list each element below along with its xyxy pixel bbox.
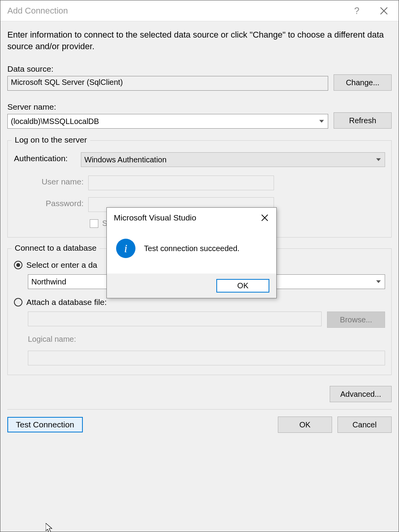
change-button[interactable]: Change...: [334, 74, 392, 91]
help-icon[interactable]: ?: [349, 3, 365, 19]
authentication-value: Windows Authentication: [84, 155, 166, 164]
titlebar: Add Connection ?: [0, 0, 399, 21]
logon-legend: Log on to the server: [12, 135, 90, 145]
cancel-button[interactable]: Cancel: [337, 417, 392, 433]
select-db-radio[interactable]: [14, 261, 22, 269]
message-box: Microsoft Visual Studio i Test connectio…: [106, 207, 277, 298]
data-source-field: Microsoft SQL Server (SqlClient): [7, 76, 328, 91]
attach-file-radio-row[interactable]: Attach a database file:: [14, 298, 385, 307]
advanced-button[interactable]: Advanced...: [330, 386, 392, 402]
attach-file-radio[interactable]: [14, 298, 22, 306]
instructions-text: Enter information to connect to the sele…: [7, 29, 392, 52]
message-box-ok-button[interactable]: OK: [216, 279, 269, 293]
authentication-label: Authentication:: [14, 154, 74, 163]
ok-button[interactable]: OK: [278, 417, 332, 433]
password-label: Password:: [29, 199, 84, 208]
attach-file-radio-label: Attach a database file:: [26, 298, 107, 307]
logical-name-input: [28, 351, 385, 365]
dialog-title: Add Connection: [7, 6, 337, 16]
database-legend: Connect to a database: [12, 243, 99, 253]
authentication-combo[interactable]: Windows Authentication: [81, 152, 385, 167]
refresh-button[interactable]: Refresh: [334, 112, 392, 129]
message-box-title: Microsoft Visual Studio: [114, 213, 260, 222]
logical-name-label: Logical name:: [28, 335, 385, 344]
data-source-label: Data source:: [7, 64, 328, 74]
test-connection-button[interactable]: Test Connection: [7, 417, 83, 432]
info-icon: i: [116, 239, 135, 258]
message-box-titlebar: Microsoft Visual Studio: [107, 208, 276, 226]
username-input: [88, 176, 274, 190]
server-name-label: Server name:: [7, 102, 328, 112]
select-db-radio-label: Select or enter a da: [26, 260, 97, 270]
separator: [7, 409, 392, 410]
server-name-value: (localdb)\MSSQLLocalDB: [11, 117, 99, 126]
server-name-combo[interactable]: (localdb)\MSSQLLocalDB: [7, 114, 328, 129]
message-box-close-icon[interactable]: [260, 213, 269, 222]
message-box-text: Test connection succeeded.: [144, 244, 240, 253]
close-icon[interactable]: [376, 3, 392, 19]
database-name-value: Northwind: [31, 277, 66, 286]
attach-file-input: [28, 312, 322, 326]
browse-button: Browse...: [327, 312, 385, 328]
username-label: User name:: [29, 177, 84, 186]
save-password-checkbox: [90, 219, 98, 228]
